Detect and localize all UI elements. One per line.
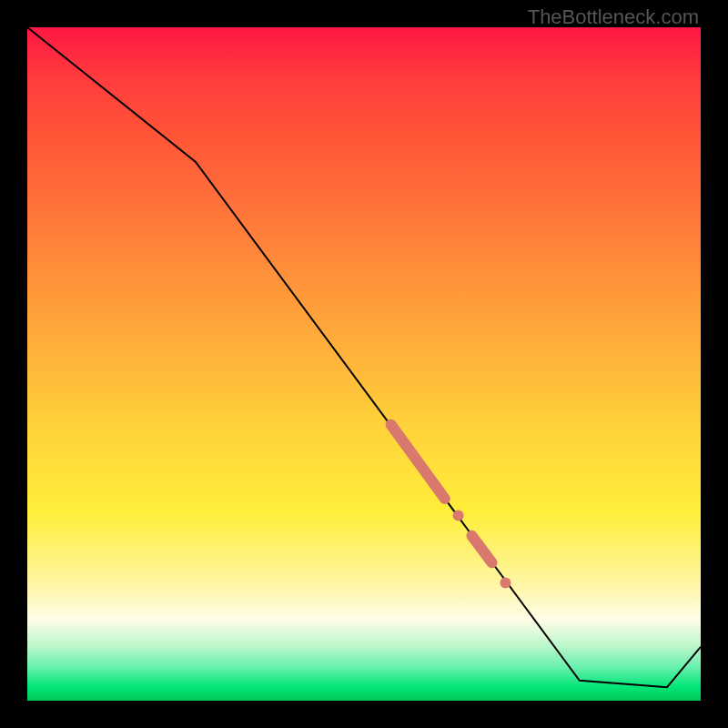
highlight-point xyxy=(500,578,511,589)
highlight-segment xyxy=(391,425,445,499)
bottleneck-curve xyxy=(27,27,701,687)
chart-svg xyxy=(27,27,701,701)
highlight-point xyxy=(453,511,464,521)
watermark-text: TheBottleneck.com xyxy=(528,5,699,29)
highlight-segment xyxy=(471,536,491,563)
